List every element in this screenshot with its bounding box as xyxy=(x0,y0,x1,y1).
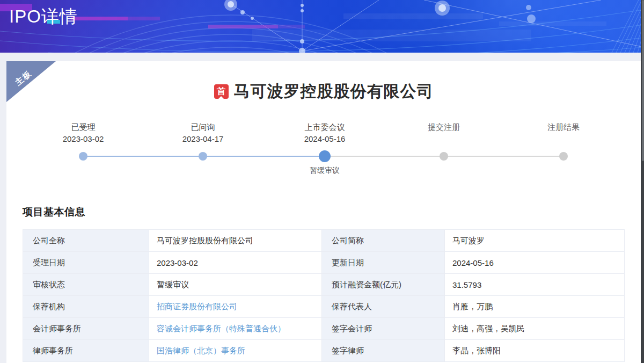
law-firm-link[interactable]: 国浩律师（北京）事务所 xyxy=(157,346,245,355)
section-heading: 项目基本信息 xyxy=(23,205,85,219)
field-label: 更新日期 xyxy=(322,252,445,274)
field-value: 李晶，张博阳 xyxy=(445,340,625,362)
timeline-step-date: 2023-04-17 xyxy=(157,133,248,145)
field-label: 预计融资金额(亿元) xyxy=(322,274,445,296)
timeline-dot-completed xyxy=(79,152,87,161)
timeline-step-label: 已受理 xyxy=(38,121,129,133)
timeline-step-date: 2024-05-16 xyxy=(279,133,370,145)
field-label: 律师事务所 xyxy=(23,340,149,362)
field-label: 保荐机构 xyxy=(23,296,149,318)
field-value: 招商证券股份有限公司 xyxy=(149,296,322,318)
accounting-firm-link[interactable]: 容诚会计师事务所（特殊普通合伙） xyxy=(157,324,286,333)
field-value: 马可波罗控股股份有限公司 xyxy=(149,230,322,252)
timeline-step-date xyxy=(518,133,609,145)
field-label: 签字律师 xyxy=(322,340,445,362)
company-header: 首 马可波罗控股股份有限公司 xyxy=(6,81,641,102)
banner-decoration xyxy=(0,0,644,53)
timeline-step-submit-registration: 提交注册 xyxy=(398,121,489,145)
timeline-dot-current xyxy=(319,150,331,162)
timeline-dot-pending xyxy=(440,152,448,161)
scrollbar[interactable] xyxy=(641,0,644,363)
timeline-step-registration-result: 注册结果 xyxy=(518,121,609,145)
field-value: 马可波罗 xyxy=(445,230,625,252)
table-row: 受理日期 2023-03-02 更新日期 2024-05-16 xyxy=(23,252,625,274)
timeline-step-date xyxy=(398,133,489,145)
field-value: 暂缓审议 xyxy=(149,274,322,296)
table-row: 律师事务所 国浩律师（北京）事务所 签字律师 李晶，张博阳 xyxy=(23,340,625,362)
timeline-step-label: 上市委会议 xyxy=(279,121,370,133)
page-title: IPO详情 xyxy=(9,5,78,29)
field-value: 2023-03-02 xyxy=(149,252,322,274)
table-row: 审核状态 暂缓审议 预计融资金额(亿元) 31.5793 xyxy=(23,274,625,296)
sponsor-link[interactable]: 招商证券股份有限公司 xyxy=(157,302,237,311)
timeline-dot-completed xyxy=(199,152,207,161)
content-card: 主板 首 马可波罗控股股份有限公司 已受理 2023-03-02 已问询 202… xyxy=(6,61,641,363)
basic-info-table: 公司全称 马可波罗控股股份有限公司 公司简称 马可波罗 受理日期 2023-03… xyxy=(23,229,625,362)
timeline-step-committee-meeting: 上市委会议 2024-05-16 xyxy=(279,121,370,145)
table-row: 会计师事务所 容诚会计师事务所（特殊普通合伙） 签字会计师 刘迪，高强，吴凯民 xyxy=(23,318,625,340)
table-row: 保荐机构 招商证券股份有限公司 保荐代表人 肖雁，万鹏 xyxy=(23,296,625,318)
field-label: 签字会计师 xyxy=(322,318,445,340)
scrollbar-thumb[interactable] xyxy=(642,0,644,161)
field-label: 会计师事务所 xyxy=(23,318,149,340)
field-label: 公司简称 xyxy=(322,230,445,252)
page-banner: IPO详情 xyxy=(0,0,644,53)
field-label: 保荐代表人 xyxy=(322,296,445,318)
timeline-step-label: 已问询 xyxy=(157,121,248,133)
field-value: 容诚会计师事务所（特殊普通合伙） xyxy=(149,318,322,340)
field-value: 国浩律师（北京）事务所 xyxy=(149,340,322,362)
table-row: 公司全称 马可波罗控股股份有限公司 公司简称 马可波罗 xyxy=(23,230,625,252)
company-name: 马可波罗控股股份有限公司 xyxy=(234,81,434,103)
timeline-step-label: 提交注册 xyxy=(398,121,489,133)
timeline-step-date: 2023-03-02 xyxy=(38,133,129,145)
field-value: 2024-05-16 xyxy=(445,252,625,274)
field-value: 31.5793 xyxy=(445,274,625,296)
first-issue-badge-label: 首 xyxy=(217,87,225,96)
timeline-substatus: 暂缓审议 xyxy=(279,166,370,176)
badge-notch-icon xyxy=(218,96,224,99)
timeline-step-accepted: 已受理 2023-03-02 xyxy=(38,121,129,145)
first-issue-badge: 首 xyxy=(214,84,229,99)
field-label: 受理日期 xyxy=(23,252,149,274)
field-label: 公司全称 xyxy=(23,230,149,252)
field-value: 肖雁，万鹏 xyxy=(445,296,625,318)
timeline-dot-pending xyxy=(559,152,568,161)
field-value: 刘迪，高强，吴凯民 xyxy=(445,318,625,340)
field-label: 审核状态 xyxy=(23,274,149,296)
timeline-step-label: 注册结果 xyxy=(518,121,609,133)
timeline-step-inquired: 已问询 2023-04-17 xyxy=(157,121,248,145)
